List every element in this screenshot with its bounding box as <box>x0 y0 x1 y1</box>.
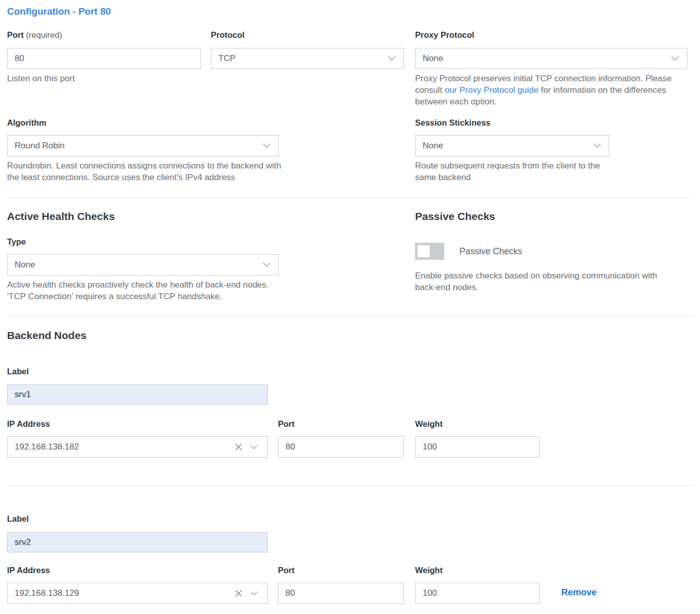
passive-checks-toggle[interactable] <box>415 243 444 260</box>
section-divider <box>7 315 693 316</box>
passive-checks-helper-text: Enable passive checks based on observing… <box>415 270 677 293</box>
passive-checks-heading: Passive Checks <box>415 210 495 222</box>
node2-ip-value: 192.168.138.129 <box>15 588 231 598</box>
proxy-protocol-label: Proxy Protocol <box>415 30 474 40</box>
algorithm-select-value: Round Robin <box>15 141 65 151</box>
chevron-down-icon <box>593 141 602 151</box>
proxy-protocol-select-value: None <box>423 53 443 64</box>
node1-label-label: Label <box>7 367 29 376</box>
algorithm-select[interactable]: Round Robin <box>7 135 279 156</box>
algorithm-helper-text: Roundrobin. Least connections assigns co… <box>7 160 289 183</box>
node1-weight-label: Weight <box>415 419 443 429</box>
session-stickiness-select-value: None <box>423 141 443 151</box>
protocol-select[interactable]: TCP <box>211 48 404 69</box>
nodebalancer-config-page: Configuration - Port 80 Port (required) … <box>0 0 700 614</box>
node2-ip-combobox[interactable]: 192.168.138.129 <box>7 583 268 604</box>
node2-label-label: Label <box>7 514 29 524</box>
chevron-down-icon <box>387 53 396 64</box>
chevron-down-icon <box>262 260 271 270</box>
port-required-suffix: (required) <box>26 30 63 39</box>
node2-port-input[interactable] <box>278 583 404 604</box>
chevron-down-icon[interactable] <box>246 586 261 601</box>
node1-port-input[interactable] <box>278 436 404 458</box>
node1-port-label: Port <box>278 419 295 429</box>
passive-checks-toggle-label: Passive Checks <box>459 246 522 257</box>
toggle-knob <box>418 245 430 257</box>
port-input[interactable] <box>7 48 201 69</box>
protocol-label: Protocol <box>211 30 245 40</box>
active-health-checks-heading: Active Health Checks <box>7 210 115 222</box>
health-check-type-select[interactable]: None <box>7 254 279 275</box>
chevron-down-icon <box>671 53 680 64</box>
chevron-down-icon <box>262 141 271 151</box>
section-divider <box>7 197 693 198</box>
backend-nodes-heading: Backend Nodes <box>7 329 87 342</box>
active-health-checks-helper-text: Active health checks proactively check t… <box>7 279 269 302</box>
session-stickiness-label: Session Stickiness <box>415 118 491 128</box>
configuration-title-link[interactable]: Configuration - Port 80 <box>7 6 111 17</box>
clear-icon[interactable] <box>231 586 246 601</box>
node2-weight-input[interactable] <box>415 583 540 604</box>
node2-label-input[interactable] <box>7 532 268 552</box>
node1-ip-value: 192.168.138.182 <box>15 442 231 452</box>
node1-ip-combobox[interactable]: 192.168.138.182 <box>7 436 268 458</box>
remove-node-button[interactable]: Remove <box>561 587 597 598</box>
proxy-protocol-select[interactable]: None <box>415 48 687 69</box>
port-label: Port (required) <box>7 30 62 40</box>
chevron-down-icon[interactable] <box>246 439 261 455</box>
health-check-type-label: Type <box>7 237 26 247</box>
node-divider <box>7 485 693 486</box>
node1-label-input[interactable] <box>7 384 268 405</box>
node2-port-label: Port <box>278 566 295 575</box>
node1-ip-label: IP Address <box>7 419 50 429</box>
node2-ip-label: IP Address <box>7 566 50 575</box>
port-helper-text: Listen on this port <box>7 73 75 84</box>
session-stickiness-helper-text: Route subsequent requests from the clien… <box>415 160 607 183</box>
proxy-protocol-guide-link[interactable]: our Proxy Protocol guide <box>445 85 539 95</box>
session-stickiness-select[interactable]: None <box>415 135 609 156</box>
health-check-type-select-value: None <box>15 260 35 270</box>
proxy-protocol-helper-text: Proxy Protocol preserves initial TCP con… <box>415 73 691 107</box>
clear-icon[interactable] <box>231 439 246 455</box>
node1-weight-input[interactable] <box>415 436 540 458</box>
node2-weight-label: Weight <box>415 566 443 575</box>
algorithm-label: Algorithm <box>7 118 46 128</box>
protocol-select-value: TCP <box>218 53 236 64</box>
